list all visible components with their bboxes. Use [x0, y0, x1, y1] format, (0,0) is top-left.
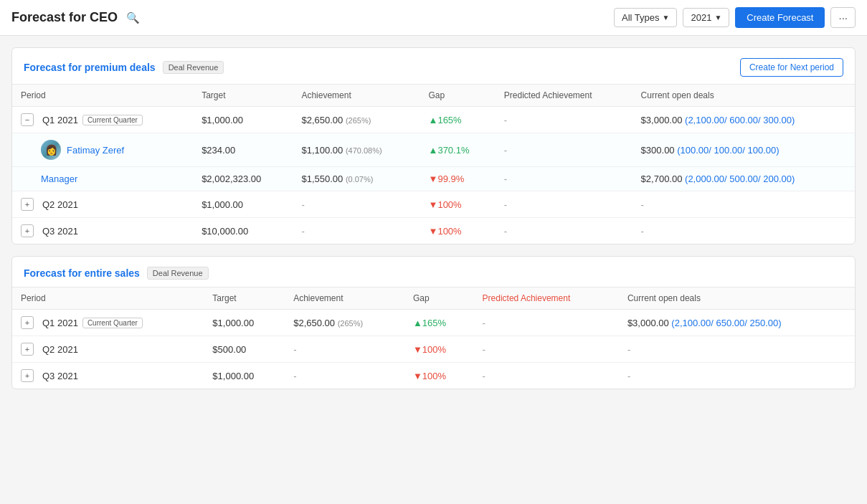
open-deals-cell: $3,000.00 (2,100.00/ 600.00/ 300.00) [633, 107, 855, 133]
target-cell: $1,000.00 [193, 107, 293, 133]
premium-table: Period Target Achievement Gap Predicted … [12, 84, 855, 244]
table-row: + Q3 2021 $10,000.00 - ▼100% - - [12, 218, 855, 244]
person-name-link[interactable]: Manager [41, 173, 77, 184]
page-header: Forecast for CEO 🔍 All Types ▼ 2021 ▼ Cr… [0, 0, 867, 36]
col-achievement: Achievement [285, 287, 404, 310]
create-forecast-button[interactable]: Create Forecast [735, 7, 825, 28]
period-label: Q1 2021 [42, 318, 78, 328]
chevron-down-icon: ▼ [714, 14, 721, 22]
forecast-card-premium: Forecast for premium deals Deal Revenue … [11, 47, 856, 244]
table-header-row: Period Target Achievement Gap Predicted … [12, 287, 855, 310]
card-title-area: Forecast for premium deals Deal Revenue [24, 61, 224, 74]
open-deals-cell: - [633, 218, 855, 244]
achievement-cell: $1,550.00 (0.07%) [293, 167, 420, 191]
type-filter-dropdown[interactable]: All Types ▼ [614, 8, 677, 27]
open-deals-cell: - [619, 336, 855, 363]
gap-cell: ▼100% [420, 218, 496, 244]
achievement-cell: $2,650.00 (265%) [293, 107, 420, 133]
expand-row-button[interactable]: + [21, 224, 34, 237]
open-deals-cell: - [619, 363, 855, 389]
open-deals-cell: $2,700.00 (2,000.00/ 500.00/ 200.00) [633, 167, 855, 191]
achievement-cell: $1,100.00 (470.08%) [293, 133, 420, 167]
gap-cell: ▼100% [404, 363, 474, 389]
gap-cell: ▲165% [420, 107, 496, 133]
period-label: Q2 2021 [42, 199, 78, 210]
achievement-cell: - [285, 336, 404, 363]
header-left: Forecast for CEO 🔍 [11, 10, 143, 26]
gap-cell: ▼100% [404, 336, 474, 363]
period-cell: Manager [12, 167, 193, 191]
card-title-premium: Forecast for premium deals [24, 62, 156, 73]
col-period: Period [12, 287, 204, 310]
entire-sales-table: Period Target Achievement Gap Predicted … [12, 287, 855, 389]
table-header-row: Period Target Achievement Gap Predicted … [12, 85, 855, 107]
gap-cell: ▼100% [420, 191, 496, 218]
predicted-cell: - [496, 218, 633, 244]
expand-row-button[interactable]: + [21, 369, 34, 382]
create-for-next-period-button[interactable]: Create for Next period [740, 58, 843, 77]
period-cell: + Q3 2021 [12, 363, 204, 389]
table-row: + Q2 2021 $500.00 - ▼100% - - [12, 336, 855, 363]
col-target: Target [204, 287, 285, 310]
deal-revenue-badge-entire: Deal Revenue [147, 267, 209, 280]
period-cell: + Q2 2021 [12, 191, 193, 218]
deal-revenue-badge: Deal Revenue [163, 61, 224, 74]
year-filter-dropdown[interactable]: 2021 ▼ [683, 8, 729, 27]
card-header-entire: Forecast for entire sales Deal Revenue [12, 257, 855, 287]
period-label: Q3 2021 [42, 226, 78, 237]
period-cell: + Q2 2021 [12, 336, 204, 363]
expand-row-button[interactable]: + [21, 343, 34, 356]
target-cell: $10,000.00 [193, 218, 293, 244]
expand-row-button[interactable]: + [21, 316, 34, 329]
gap-cell: ▲370.1% [420, 133, 496, 167]
table-row: + Q1 2021 Current Quarter $1,000.00 $2,6… [12, 310, 855, 336]
col-predicted: Predicted Achievement [474, 287, 619, 310]
col-achievement: Achievement [293, 85, 420, 107]
table-row: − Q1 2021 Current Quarter $1,000.00 $2,6… [12, 107, 855, 133]
period-label: Q1 2021 [42, 115, 78, 125]
achievement-cell: - [293, 218, 420, 244]
avatar: 👩 [41, 140, 61, 160]
table-row: + Q3 2021 $1,000.00 - ▼100% - - [12, 363, 855, 389]
open-deals-cell: $300.00 (100.00/ 100.00/ 100.00) [633, 133, 855, 167]
chevron-down-icon: ▼ [663, 14, 670, 22]
page-title: Forecast for CEO [11, 10, 118, 25]
col-gap: Gap [404, 287, 474, 310]
period-cell: 👩 Fatimay Zeref [12, 133, 193, 167]
type-filter-label: All Types [622, 12, 660, 23]
col-open-deals: Current open deals [633, 85, 855, 107]
target-cell: $1,000.00 [193, 191, 293, 218]
forecast-card-entire-sales: Forecast for entire sales Deal Revenue P… [11, 256, 856, 389]
achievement-cell: - [293, 191, 420, 218]
period-cell: + Q3 2021 [12, 218, 193, 244]
period-label: Q3 2021 [42, 371, 78, 381]
predicted-cell: - [474, 336, 619, 363]
table-row: + Q2 2021 $1,000.00 - ▼100% - - [12, 191, 855, 218]
col-open-deals: Current open deals [619, 287, 855, 310]
search-icon-button[interactable]: 🔍 [123, 10, 143, 26]
period-cell: − Q1 2021 Current Quarter [12, 107, 193, 133]
target-cell: $1,000.00 [204, 310, 285, 336]
achievement-cell: $2,650.00 (265%) [285, 310, 404, 336]
target-cell: $2,002,323.00 [193, 167, 293, 191]
person-name-link[interactable]: Fatimay Zeref [67, 145, 124, 156]
predicted-cell: - [496, 133, 633, 167]
main-content: Forecast for premium deals Deal Revenue … [0, 36, 867, 401]
period-label: Q2 2021 [42, 344, 78, 355]
card-title-entire: Forecast for entire sales [24, 267, 140, 279]
card-title-area-entire: Forecast for entire sales Deal Revenue [24, 267, 209, 280]
achievement-cell: - [285, 363, 404, 389]
current-quarter-badge: Current Quarter [82, 115, 143, 125]
gap-cell: ▲165% [404, 310, 474, 336]
col-predicted: Predicted Achievement [496, 85, 633, 107]
more-options-button[interactable]: ··· [830, 7, 856, 28]
col-gap: Gap [420, 85, 496, 107]
target-cell: $234.00 [193, 133, 293, 167]
gap-cell: ▼99.9% [420, 167, 496, 191]
header-right: All Types ▼ 2021 ▼ Create Forecast ··· [614, 7, 856, 28]
collapse-row-button[interactable]: − [21, 113, 34, 126]
open-deals-cell: $3,000.00 (2,100.00/ 650.00/ 250.00) [619, 310, 855, 336]
predicted-cell: - [496, 107, 633, 133]
year-filter-label: 2021 [691, 12, 711, 23]
expand-row-button[interactable]: + [21, 198, 34, 211]
